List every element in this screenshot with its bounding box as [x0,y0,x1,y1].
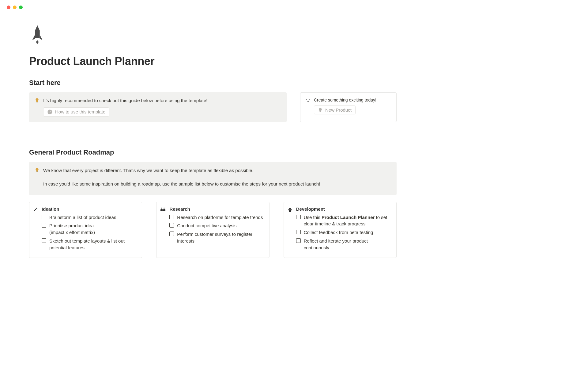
todo-item[interactable]: Use this Product Launch Planner to set c… [296,214,391,228]
todo-label: Collect feedback from beta testing [304,229,391,236]
checkbox[interactable] [42,215,46,219]
roadmap-callout-p2: In case you'd like some inspiration on b… [43,180,320,188]
lightbulb-icon [35,98,40,104]
todo-item[interactable]: Reflect and iterate your product continu… [296,238,391,251]
window-minimize-button[interactable] [13,6,17,9]
roadmap-heading: General Product Roadmap [29,148,397,156]
todo-label: Use this Product Launch Planner to set c… [304,214,391,228]
todo-label: Prioritise product idea (impact x effort… [49,222,137,236]
checkbox[interactable] [296,238,301,243]
todo-label: Conduct competitive analysis [177,222,264,229]
new-product-label: New Product [325,107,352,113]
svg-rect-7 [162,209,164,210]
development-card[interactable]: Development Use this Product Launch Plan… [284,202,397,258]
todo-item[interactable]: Sketch out template layouts & list out p… [42,238,137,251]
todo-item[interactable]: Prioritise product idea (impact x effort… [42,222,137,236]
lightbulb-grey-icon [318,108,323,113]
ideation-card[interactable]: Ideation Brainstorm a list of product id… [29,202,142,258]
todo-label: Perform customer surveys to register int… [177,231,264,244]
checkbox[interactable] [169,223,174,228]
roadmap-callout[interactable]: We know that every project is different.… [29,162,397,195]
svg-rect-4 [36,171,38,172]
todo-item[interactable]: Conduct competitive analysis [169,222,264,229]
start-tip-callout[interactable]: It's highly recommended to check out thi… [29,92,287,122]
start-heading: Start here [29,79,397,87]
window-controls [0,0,426,9]
todo-item[interactable]: Perform customer surveys to register int… [169,231,264,244]
ideation-title: Ideation [42,206,137,212]
roadmap-callout-p1: We know that every project is different.… [43,167,320,174]
create-text: Create something exciting today! [314,98,376,102]
research-title: Research [169,206,264,212]
checkbox[interactable] [42,238,46,243]
todo-item[interactable]: Collect feedback from beta testing [296,229,391,236]
start-tip-text: It's highly recommended to check out thi… [43,97,281,104]
svg-text:?: ? [49,110,51,113]
todo-label: Brainstorm a list of product ideas [49,214,137,221]
svg-point-9 [164,207,164,208]
checkbox[interactable] [169,232,174,236]
checkbox[interactable] [296,230,301,234]
chat-question-icon: ? [47,109,53,115]
page-title[interactable]: Product Launch Planner [29,55,397,68]
create-callout[interactable]: Create something exciting today! New Pro… [300,92,397,122]
todo-item[interactable]: Brainstorm a list of product ideas [42,214,137,221]
development-title: Development [296,206,391,212]
todo-item[interactable]: Research on platforms for template trend… [169,214,264,221]
plant-icon [288,207,292,213]
window-maximize-button[interactable] [19,6,23,9]
how-to-use-label: How to use this template [55,109,105,114]
research-card[interactable]: Research Research on platforms for templ… [156,202,269,258]
page-content: Product Launch Planner Start here It's h… [0,9,426,267]
svg-rect-3 [320,112,321,112]
svg-rect-10 [288,209,292,210]
binoculars-icon [160,207,166,213]
todo-label: Research on platforms for template trend… [177,214,264,221]
svg-point-0 [36,40,38,44]
window-close-button[interactable] [7,6,10,9]
rocket-icon [30,25,397,46]
lightbulb-icon [35,167,40,173]
svg-point-8 [161,207,162,208]
checkbox[interactable] [42,223,46,228]
checkbox[interactable] [169,215,174,219]
svg-rect-1 [36,102,38,102]
todo-label: Sketch out template layouts & list out p… [49,238,137,251]
how-to-use-button[interactable]: ? How to use this template [43,107,109,117]
todo-label: Reflect and iterate your product continu… [304,238,391,251]
pencil-icon [33,207,38,213]
sparkle-icon [305,98,311,105]
new-product-button[interactable]: New Product [314,105,356,114]
checkbox[interactable] [296,215,301,219]
divider [29,139,397,139]
